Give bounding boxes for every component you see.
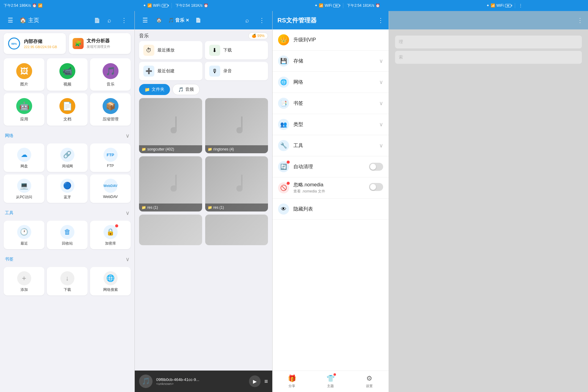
res2-folder-icon: 📁 (208, 205, 212, 210)
net-bluetooth[interactable]: 🔵 蓝牙 (47, 174, 88, 203)
panel4-more-icon[interactable]: ⋮ (577, 17, 583, 24)
hidden-icon: 👁 (278, 204, 289, 215)
network-expand-icon: ∨ (379, 79, 383, 86)
music-search-button[interactable]: ⌕ (242, 15, 253, 26)
folder-res2[interactable]: 📁 res (1) (205, 156, 268, 211)
status-segment-3: 下午2:54 181K/s ⏰ ✦ 📶 WiFi 66 (343, 3, 515, 8)
apps-icon: 🤖 (16, 98, 32, 114)
bookmark-add[interactable]: + 添加 (4, 267, 44, 295)
net-webdav[interactable]: WebDAV WebDAV (90, 174, 131, 203)
category-music[interactable]: 🎵 音乐 (90, 58, 131, 91)
storage-progress-circle: 99% (7, 37, 21, 50)
network-expand-icon[interactable]: ∨ (126, 132, 130, 139)
folder-partial2[interactable] (205, 215, 268, 245)
folder-ringtones[interactable]: 📁 ringtones (4) (205, 98, 268, 153)
ftp-label: FTP (107, 164, 114, 168)
player-play-button[interactable]: ▶ (249, 375, 261, 387)
folder-label-songcutter: 📁 songcutter (402) (139, 145, 202, 153)
rs-storage-item[interactable]: 💾 存储 ∨ (273, 51, 389, 72)
music-menu-button[interactable]: ☰ (140, 15, 151, 26)
tools-item-icon: 🔧 (278, 140, 289, 151)
nav-settings[interactable]: ⚙ 设置 (350, 375, 389, 388)
folder-res1[interactable]: 📁 res (1) (139, 156, 202, 211)
folder-partial1[interactable] (139, 215, 202, 245)
bookmark-download[interactable]: ↓ 下载 (47, 267, 88, 295)
net-lan[interactable]: 🔗 局域网 (47, 143, 88, 172)
svg-text:99%: 99% (11, 42, 17, 45)
music-home-tab[interactable]: 🏠 (154, 16, 164, 24)
tools-expand-icon: ∨ (379, 142, 383, 149)
video-label: 视频 (63, 82, 71, 87)
rs-bookmark-item[interactable]: 📑 书签 ∨ (273, 93, 389, 114)
bookmark-expand-icon[interactable]: ∨ (126, 256, 130, 263)
folder-thumb-res2 (205, 156, 268, 211)
tool-recent[interactable]: 🕐 最近 (4, 221, 44, 249)
nav-theme[interactable]: 👕 主题 (311, 375, 350, 388)
menu-button[interactable]: ☰ (5, 15, 16, 26)
player-playlist-button[interactable]: ≡ (264, 378, 268, 385)
clock-icon-2: ⏰ (204, 3, 208, 8)
folder-thumb-partial1 (139, 215, 202, 245)
nomedia-toggle[interactable] (369, 183, 383, 191)
more-button[interactable]: ⋮ (119, 15, 130, 26)
audio-tab[interactable]: 🎵 音频 (172, 84, 200, 95)
page-icon: 📄 (94, 17, 100, 23)
music-note-ringtones (224, 113, 249, 138)
vault-label: 加密库 (105, 241, 116, 246)
net-ftp[interactable]: FTP FTP (90, 143, 131, 172)
rs-network-item[interactable]: 🌐 网络 ∨ (273, 72, 389, 93)
bookmark-netsearch[interactable]: 🌐 网络搜索 (90, 267, 131, 295)
player-track-title: 09f8b0cb-464b-41cc-9... (156, 377, 245, 382)
res1-folder-icon: 📁 (141, 205, 146, 210)
analyzer-card[interactable]: 🧩 文件分析器 发现可清理文件 (69, 33, 131, 54)
settings-icon: ⚙ (366, 375, 372, 382)
category-archive[interactable]: 📦 压缩管理 (90, 93, 131, 126)
category-photos[interactable]: 🖼 图片 (4, 58, 44, 91)
folder-songcutter[interactable]: 📁 songcutter (402) (139, 98, 202, 153)
quick-record[interactable]: 🎙 录音 (205, 62, 268, 80)
music-main-tab[interactable]: 🎵 音乐 ✕ (166, 16, 191, 25)
net-pc[interactable]: 💻 从PC访问 (4, 174, 44, 203)
clock-icon-3: ⏰ (375, 3, 380, 8)
tools-expand-icon[interactable]: ∨ (126, 210, 130, 216)
music-page-tab[interactable]: 📄 (194, 16, 203, 24)
net-cloud[interactable]: ☁ 网盘 (4, 143, 44, 172)
folder-name-res2: res (1) (213, 205, 224, 210)
battery-1: 67 (162, 4, 168, 7)
archive-icon: 📦 (103, 98, 119, 114)
tool-recycle[interactable]: 🗑 回收站 (47, 221, 88, 249)
rs-nomedia-item: 🚫 忽略.nomedia 查看 .nomedia 文件 (273, 177, 389, 199)
music-more-button[interactable]: ⋮ (256, 15, 267, 26)
tool-vault[interactable]: 🔒 加密库 (90, 221, 131, 249)
quick-recent-create[interactable]: ➕ 最近创建 (139, 62, 202, 80)
download-icon: ⬇ (209, 45, 220, 56)
music-tabs: 🏠 🎵 音乐 ✕ 📄 (154, 16, 238, 25)
category-docs[interactable]: 📄 文档 (47, 93, 88, 126)
rs-hidden-item[interactable]: 👁 隐藏列表 (273, 199, 389, 220)
music-tab-close[interactable]: ✕ (186, 18, 189, 23)
autoclean-toggle[interactable] (369, 163, 383, 171)
folder-tab[interactable]: 📁 文件夹 (139, 84, 170, 95)
rs-vip-item[interactable]: 👑 升级到VIP (273, 29, 389, 51)
network-section-header: 网络 ∨ (4, 130, 131, 142)
search-button[interactable]: ⌕ (104, 15, 115, 26)
player-info: 09f8b0cb-464b-41cc-9... <unknown> (156, 377, 245, 386)
battery-2: 66 (333, 4, 339, 7)
wifi-icon-1: WiFi (153, 3, 160, 8)
svg-point-6 (236, 185, 243, 192)
status-bar: 下午2:54 186K/s ⏰ 📶 ✦ 📶 WiFi 67 下午2:54 181… (0, 0, 588, 11)
analyzer-icon: 🧩 (73, 38, 84, 49)
bookmark-grid: + 添加 ↓ 下载 🌐 网络搜索 (4, 267, 131, 295)
nav-share[interactable]: 🎁 分享 (273, 375, 311, 388)
category-video[interactable]: 📹 视频 (47, 58, 88, 91)
category-apps[interactable]: 🤖 应用 (4, 93, 44, 126)
rs-tools-item[interactable]: 🔧 工具 ∨ (273, 135, 389, 156)
quick-recent-play[interactable]: ⏱ 最近播放 (139, 41, 202, 59)
speed-2: 181K/s (191, 3, 202, 8)
rs-more-button[interactable]: ⋮ (378, 17, 384, 24)
quick-download[interactable]: ⬇ 下载 (205, 41, 268, 59)
recent-play-icon: ⏱ (143, 45, 154, 56)
rs-type-item[interactable]: 👥 类型 ∨ (273, 114, 389, 135)
home-icon: 🏠 (20, 17, 26, 24)
internal-storage-card[interactable]: 99% 内部存储 222.95 GB/224.59 GB (4, 33, 66, 54)
